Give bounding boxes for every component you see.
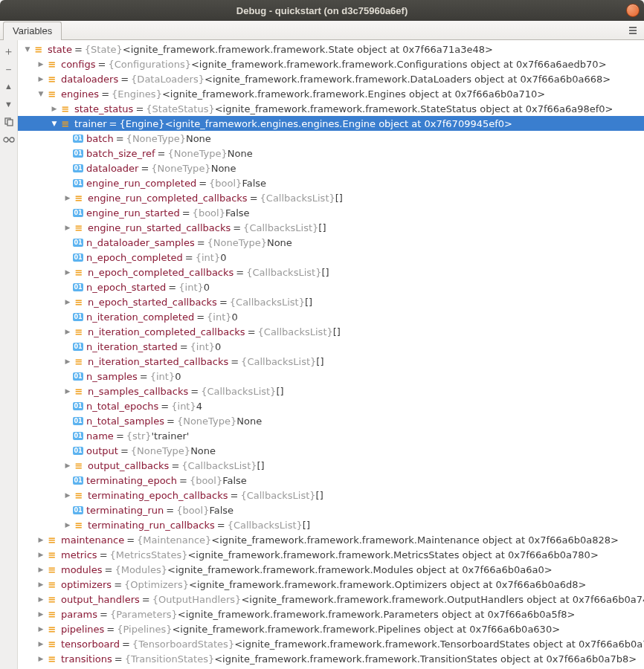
expand-icon[interactable]: ▶ bbox=[62, 298, 73, 306]
tree-row-trainer[interactable]: ▼trainer = {Engine} <ignite_framework.en… bbox=[18, 116, 644, 131]
tree-row-modules[interactable]: ▶modules = {Modules} <ignite_framework.f… bbox=[18, 562, 644, 577]
tree-row-pipelines[interactable]: ▶pipelines = {Pipelines} <ignite_framewo… bbox=[18, 621, 644, 636]
tree-row-n_epoch_started_callbacks[interactable]: ▶n_epoch_started_callbacks = {CallbacksL… bbox=[18, 294, 644, 309]
variables-tree[interactable]: ▼state = {State} <ignite_framework.frame… bbox=[18, 40, 644, 669]
tree-row-optimizers[interactable]: ▶optimizers = {Optimizers} <ignite_frame… bbox=[18, 577, 644, 592]
collapse-icon[interactable]: ▼ bbox=[22, 45, 33, 53]
expand-icon[interactable]: ▶ bbox=[36, 595, 46, 603]
expand-icon[interactable]: ▶ bbox=[36, 625, 46, 633]
variable-name: output_callbacks bbox=[88, 460, 169, 471]
panel-settings-button[interactable] bbox=[626, 24, 640, 37]
tree-row-n_epoch_started[interactable]: ▶n_epoch_started = {int} 0 bbox=[18, 279, 644, 294]
tree-row-transitions[interactable]: ▶transitions = {TransitionStates} <ignit… bbox=[18, 651, 644, 666]
variable-name: params bbox=[61, 609, 97, 620]
tree-row-n_dataloader_samples[interactable]: ▶n_dataloader_samples = {NoneType} None bbox=[18, 235, 644, 250]
object-icon bbox=[73, 386, 85, 396]
variable-type: {int} bbox=[150, 371, 176, 382]
tree-row-n_epoch_completed_callbacks[interactable]: ▶n_epoch_completed_callbacks = {Callback… bbox=[18, 265, 644, 279]
tree-row-terminating_run[interactable]: ▶terminating_run = {bool} False bbox=[18, 502, 644, 517]
collapse-icon[interactable]: ▼ bbox=[36, 90, 46, 97]
glasses-button[interactable] bbox=[1, 132, 16, 147]
expand-icon[interactable]: ▶ bbox=[62, 491, 73, 499]
expand-icon[interactable]: ▶ bbox=[36, 610, 46, 618]
tree-row-engine_run_completed[interactable]: ▶engine_run_completed = {bool} False bbox=[18, 175, 644, 190]
variable-type: {int} bbox=[171, 401, 196, 412]
expand-icon[interactable]: ▶ bbox=[62, 358, 73, 365]
variable-value: <ignite_framework.framework.framework.Da… bbox=[205, 74, 611, 85]
tree-row-n_iteration_completed[interactable]: ▶n_iteration_completed = {int} 0 bbox=[18, 309, 644, 324]
tree-row-metrics[interactable]: ▶metrics = {MetricsStates} <ignite_frame… bbox=[18, 547, 644, 562]
object-icon bbox=[73, 267, 85, 277]
expand-icon[interactable]: ▶ bbox=[36, 640, 46, 647]
variable-value: None bbox=[267, 237, 292, 248]
primitive-icon bbox=[73, 476, 83, 485]
variable-value: [] bbox=[316, 356, 323, 367]
variable-type: {TransitionStates} bbox=[125, 653, 215, 665]
tree-row-engine_run_started_callbacks[interactable]: ▶engine_run_started_callbacks = {Callbac… bbox=[18, 220, 644, 235]
tree-row-engines[interactable]: ▼engines = {Engines} <ignite_framework.f… bbox=[18, 86, 644, 101]
object-icon bbox=[73, 520, 85, 530]
remove-watch-button[interactable]: － bbox=[1, 61, 16, 76]
expand-icon[interactable]: ▶ bbox=[36, 566, 46, 573]
tree-row-state_status[interactable]: ▶state_status = {StateStatus} <ignite_fr… bbox=[18, 101, 644, 116]
copy-button[interactable] bbox=[1, 114, 16, 129]
tree-row-tensorboard[interactable]: ▶tensorboard = {TensorboardStates} <igni… bbox=[18, 636, 644, 651]
variable-value: [] bbox=[303, 520, 310, 531]
down-button[interactable]: ▼ bbox=[1, 97, 16, 112]
tree-row-n_samples_callbacks[interactable]: ▶n_samples_callbacks = {CallbacksList} [… bbox=[18, 384, 644, 398]
tree-row-output_callbacks[interactable]: ▶output_callbacks = {CallbacksList} [] bbox=[18, 458, 644, 473]
tree-row-n_epoch_completed[interactable]: ▶n_epoch_completed = {int} 0 bbox=[18, 250, 644, 265]
up-button[interactable]: ▲ bbox=[1, 79, 16, 94]
tree-row-maintenance[interactable]: ▶maintenance = {Maintenance} <ignite_fra… bbox=[18, 532, 644, 547]
expand-icon[interactable]: ▶ bbox=[62, 328, 73, 335]
expand-icon[interactable]: ▶ bbox=[62, 268, 73, 276]
variable-type: {Engines} bbox=[112, 88, 162, 100]
add-watch-button[interactable]: ＋ bbox=[1, 43, 16, 58]
close-window-button[interactable] bbox=[626, 4, 640, 17]
variable-type: {CallbacksList} bbox=[246, 267, 321, 278]
expand-icon[interactable]: ▶ bbox=[36, 551, 46, 558]
tree-row-configs[interactable]: ▶configs = {Configurations} <ignite_fram… bbox=[18, 56, 644, 71]
tree-row-state[interactable]: ▼state = {State} <ignite_framework.frame… bbox=[18, 42, 644, 56]
tree-row-output[interactable]: ▶output = {NoneType} None bbox=[18, 443, 644, 458]
primitive-icon bbox=[73, 164, 83, 172]
tree-row-dataloader[interactable]: ▶dataloader = {NoneType} None bbox=[18, 161, 644, 175]
tree-row-n_iteration_started[interactable]: ▶n_iteration_started = {int} 0 bbox=[18, 339, 644, 354]
expand-icon[interactable]: ▶ bbox=[36, 536, 46, 543]
tree-row-n_iteration_completed_callbacks[interactable]: ▶n_iteration_completed_callbacks = {Call… bbox=[18, 324, 644, 339]
tree-row-params[interactable]: ▶params = {Parameters} <ignite_framework… bbox=[18, 607, 644, 621]
variable-type: {bool} bbox=[209, 178, 242, 189]
tree-row-batch[interactable]: ▶batch = {NoneType} None bbox=[18, 131, 644, 146]
tree-row-output_handlers[interactable]: ▶output_handlers = {OutputHandlers} <ign… bbox=[18, 592, 644, 607]
expand-icon[interactable]: ▶ bbox=[62, 194, 73, 201]
variable-type: {CallbacksList} bbox=[230, 297, 305, 308]
tree-row-engine_run_completed_callbacks[interactable]: ▶engine_run_completed_callbacks = {Callb… bbox=[18, 190, 644, 205]
object-icon bbox=[46, 624, 58, 634]
expand-icon[interactable]: ▶ bbox=[62, 224, 73, 231]
expand-icon[interactable]: ▶ bbox=[49, 105, 59, 112]
tree-row-n_total_samples[interactable]: ▶n_total_samples = {NoneType} None bbox=[18, 413, 644, 428]
expand-icon[interactable]: ▶ bbox=[62, 387, 73, 395]
expand-icon[interactable]: ▶ bbox=[36, 60, 46, 68]
tree-row-terminating_run_callbacks[interactable]: ▶terminating_run_callbacks = {CallbacksL… bbox=[18, 517, 644, 532]
tree-row-dataloaders[interactable]: ▶dataloaders = {DataLoaders} <ignite_fra… bbox=[18, 71, 644, 86]
tree-row-engine_run_started[interactable]: ▶engine_run_started = {bool} False bbox=[18, 205, 644, 220]
expand-icon[interactable]: ▶ bbox=[36, 655, 46, 662]
variable-value: 'trainer' bbox=[152, 430, 190, 442]
tree-row-n_iteration_started_callbacks[interactable]: ▶n_iteration_started_callbacks = {Callba… bbox=[18, 354, 644, 369]
expand-icon[interactable]: ▶ bbox=[62, 462, 73, 469]
tree-row-batch_size_ref[interactable]: ▶batch_size_ref = {NoneType} None bbox=[18, 146, 644, 161]
variable-name: output bbox=[86, 445, 118, 456]
expand-icon[interactable]: ▶ bbox=[36, 581, 46, 588]
tree-row-terminating_epoch_callbacks[interactable]: ▶terminating_epoch_callbacks = {Callback… bbox=[18, 488, 644, 502]
tree-row-n_samples[interactable]: ▶n_samples = {int} 0 bbox=[18, 369, 644, 384]
expand-icon[interactable]: ▶ bbox=[36, 75, 46, 83]
collapse-icon[interactable]: ▼ bbox=[49, 120, 59, 127]
variable-type: {Maintenance} bbox=[137, 534, 211, 546]
expand-icon[interactable]: ▶ bbox=[62, 521, 73, 529]
tab-variables[interactable]: Variables bbox=[3, 22, 62, 40]
tree-row-n_total_epochs[interactable]: ▶n_total_epochs = {int} 4 bbox=[18, 398, 644, 413]
variable-value: <ignite_framework.framework.framework.Mo… bbox=[167, 564, 553, 575]
tree-row-terminating_epoch[interactable]: ▶terminating_epoch = {bool} False bbox=[18, 473, 644, 488]
tree-row-name[interactable]: ▶name = {str} 'trainer' bbox=[18, 428, 644, 443]
